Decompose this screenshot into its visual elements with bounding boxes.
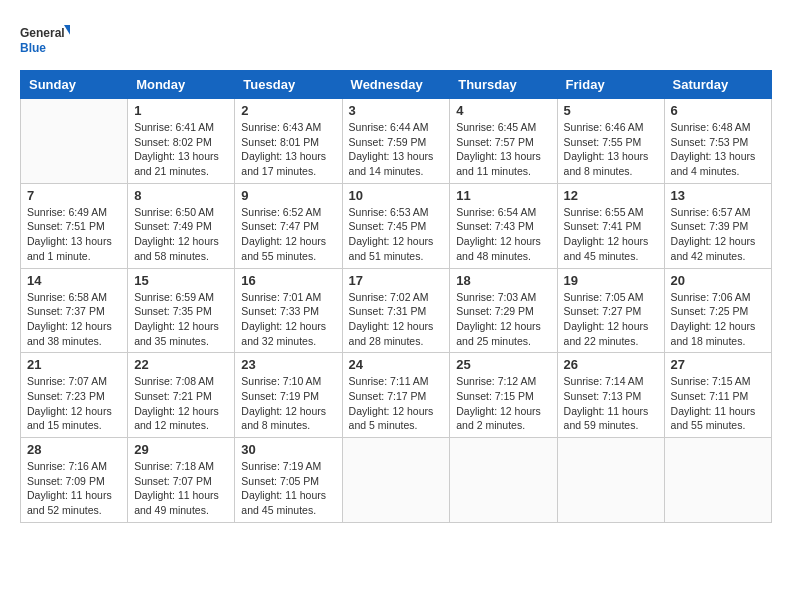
calendar-cell: 12Sunrise: 6:55 AMSunset: 7:41 PMDayligh… — [557, 183, 664, 268]
calendar-cell: 14Sunrise: 6:58 AMSunset: 7:37 PMDayligh… — [21, 268, 128, 353]
cell-sun-info: Sunrise: 7:05 AMSunset: 7:27 PMDaylight:… — [564, 290, 658, 349]
calendar-cell: 10Sunrise: 6:53 AMSunset: 7:45 PMDayligh… — [342, 183, 450, 268]
calendar-cell: 19Sunrise: 7:05 AMSunset: 7:27 PMDayligh… — [557, 268, 664, 353]
day-number: 17 — [349, 273, 444, 288]
calendar-cell: 20Sunrise: 7:06 AMSunset: 7:25 PMDayligh… — [664, 268, 771, 353]
day-number: 11 — [456, 188, 550, 203]
day-number: 3 — [349, 103, 444, 118]
header-row: SundayMondayTuesdayWednesdayThursdayFrid… — [21, 71, 772, 99]
cell-sun-info: Sunrise: 7:10 AMSunset: 7:19 PMDaylight:… — [241, 374, 335, 433]
day-number: 22 — [134, 357, 228, 372]
day-number: 14 — [27, 273, 121, 288]
calendar-cell — [342, 438, 450, 523]
day-number: 25 — [456, 357, 550, 372]
calendar-cell: 23Sunrise: 7:10 AMSunset: 7:19 PMDayligh… — [235, 353, 342, 438]
day-number: 2 — [241, 103, 335, 118]
calendar-cell: 4Sunrise: 6:45 AMSunset: 7:57 PMDaylight… — [450, 99, 557, 184]
calendar-cell — [450, 438, 557, 523]
cell-sun-info: Sunrise: 7:01 AMSunset: 7:33 PMDaylight:… — [241, 290, 335, 349]
cell-sun-info: Sunrise: 7:06 AMSunset: 7:25 PMDaylight:… — [671, 290, 765, 349]
cell-sun-info: Sunrise: 6:46 AMSunset: 7:55 PMDaylight:… — [564, 120, 658, 179]
logo: General Blue — [20, 20, 70, 60]
svg-text:Blue: Blue — [20, 41, 46, 55]
calendar-cell: 7Sunrise: 6:49 AMSunset: 7:51 PMDaylight… — [21, 183, 128, 268]
cell-sun-info: Sunrise: 7:08 AMSunset: 7:21 PMDaylight:… — [134, 374, 228, 433]
day-header-wednesday: Wednesday — [342, 71, 450, 99]
day-number: 27 — [671, 357, 765, 372]
cell-sun-info: Sunrise: 7:11 AMSunset: 7:17 PMDaylight:… — [349, 374, 444, 433]
cell-sun-info: Sunrise: 6:44 AMSunset: 7:59 PMDaylight:… — [349, 120, 444, 179]
calendar-cell: 11Sunrise: 6:54 AMSunset: 7:43 PMDayligh… — [450, 183, 557, 268]
day-number: 28 — [27, 442, 121, 457]
day-number: 12 — [564, 188, 658, 203]
calendar-cell: 15Sunrise: 6:59 AMSunset: 7:35 PMDayligh… — [128, 268, 235, 353]
calendar-cell: 24Sunrise: 7:11 AMSunset: 7:17 PMDayligh… — [342, 353, 450, 438]
calendar-cell: 3Sunrise: 6:44 AMSunset: 7:59 PMDaylight… — [342, 99, 450, 184]
day-header-sunday: Sunday — [21, 71, 128, 99]
calendar-cell: 29Sunrise: 7:18 AMSunset: 7:07 PMDayligh… — [128, 438, 235, 523]
cell-sun-info: Sunrise: 7:14 AMSunset: 7:13 PMDaylight:… — [564, 374, 658, 433]
logo-svg: General Blue — [20, 20, 70, 60]
calendar-cell: 1Sunrise: 6:41 AMSunset: 8:02 PMDaylight… — [128, 99, 235, 184]
day-header-tuesday: Tuesday — [235, 71, 342, 99]
day-number: 8 — [134, 188, 228, 203]
day-number: 18 — [456, 273, 550, 288]
cell-sun-info: Sunrise: 7:12 AMSunset: 7:15 PMDaylight:… — [456, 374, 550, 433]
cell-sun-info: Sunrise: 7:15 AMSunset: 7:11 PMDaylight:… — [671, 374, 765, 433]
cell-sun-info: Sunrise: 7:16 AMSunset: 7:09 PMDaylight:… — [27, 459, 121, 518]
day-number: 7 — [27, 188, 121, 203]
calendar-table: SundayMondayTuesdayWednesdayThursdayFrid… — [20, 70, 772, 523]
cell-sun-info: Sunrise: 6:54 AMSunset: 7:43 PMDaylight:… — [456, 205, 550, 264]
day-number: 29 — [134, 442, 228, 457]
cell-sun-info: Sunrise: 6:50 AMSunset: 7:49 PMDaylight:… — [134, 205, 228, 264]
calendar-cell: 2Sunrise: 6:43 AMSunset: 8:01 PMDaylight… — [235, 99, 342, 184]
week-row-3: 21Sunrise: 7:07 AMSunset: 7:23 PMDayligh… — [21, 353, 772, 438]
calendar-cell: 9Sunrise: 6:52 AMSunset: 7:47 PMDaylight… — [235, 183, 342, 268]
calendar-cell: 16Sunrise: 7:01 AMSunset: 7:33 PMDayligh… — [235, 268, 342, 353]
cell-sun-info: Sunrise: 7:19 AMSunset: 7:05 PMDaylight:… — [241, 459, 335, 518]
day-header-thursday: Thursday — [450, 71, 557, 99]
cell-sun-info: Sunrise: 6:49 AMSunset: 7:51 PMDaylight:… — [27, 205, 121, 264]
day-number: 1 — [134, 103, 228, 118]
week-row-2: 14Sunrise: 6:58 AMSunset: 7:37 PMDayligh… — [21, 268, 772, 353]
day-number: 5 — [564, 103, 658, 118]
cell-sun-info: Sunrise: 6:43 AMSunset: 8:01 PMDaylight:… — [241, 120, 335, 179]
week-row-4: 28Sunrise: 7:16 AMSunset: 7:09 PMDayligh… — [21, 438, 772, 523]
cell-sun-info: Sunrise: 6:59 AMSunset: 7:35 PMDaylight:… — [134, 290, 228, 349]
cell-sun-info: Sunrise: 7:18 AMSunset: 7:07 PMDaylight:… — [134, 459, 228, 518]
cell-sun-info: Sunrise: 6:58 AMSunset: 7:37 PMDaylight:… — [27, 290, 121, 349]
calendar-cell: 17Sunrise: 7:02 AMSunset: 7:31 PMDayligh… — [342, 268, 450, 353]
calendar-cell — [557, 438, 664, 523]
calendar-cell: 13Sunrise: 6:57 AMSunset: 7:39 PMDayligh… — [664, 183, 771, 268]
cell-sun-info: Sunrise: 7:07 AMSunset: 7:23 PMDaylight:… — [27, 374, 121, 433]
calendar-cell: 6Sunrise: 6:48 AMSunset: 7:53 PMDaylight… — [664, 99, 771, 184]
week-row-0: 1Sunrise: 6:41 AMSunset: 8:02 PMDaylight… — [21, 99, 772, 184]
day-number: 24 — [349, 357, 444, 372]
week-row-1: 7Sunrise: 6:49 AMSunset: 7:51 PMDaylight… — [21, 183, 772, 268]
day-number: 13 — [671, 188, 765, 203]
page-header: General Blue — [20, 20, 772, 60]
day-number: 10 — [349, 188, 444, 203]
calendar-cell: 25Sunrise: 7:12 AMSunset: 7:15 PMDayligh… — [450, 353, 557, 438]
calendar-cell — [664, 438, 771, 523]
day-number: 15 — [134, 273, 228, 288]
day-number: 20 — [671, 273, 765, 288]
calendar-cell: 26Sunrise: 7:14 AMSunset: 7:13 PMDayligh… — [557, 353, 664, 438]
cell-sun-info: Sunrise: 6:45 AMSunset: 7:57 PMDaylight:… — [456, 120, 550, 179]
cell-sun-info: Sunrise: 6:48 AMSunset: 7:53 PMDaylight:… — [671, 120, 765, 179]
cell-sun-info: Sunrise: 7:02 AMSunset: 7:31 PMDaylight:… — [349, 290, 444, 349]
calendar-cell: 8Sunrise: 6:50 AMSunset: 7:49 PMDaylight… — [128, 183, 235, 268]
svg-text:General: General — [20, 26, 65, 40]
calendar-cell: 27Sunrise: 7:15 AMSunset: 7:11 PMDayligh… — [664, 353, 771, 438]
svg-marker-2 — [64, 25, 70, 38]
day-header-saturday: Saturday — [664, 71, 771, 99]
cell-sun-info: Sunrise: 7:03 AMSunset: 7:29 PMDaylight:… — [456, 290, 550, 349]
calendar-cell: 30Sunrise: 7:19 AMSunset: 7:05 PMDayligh… — [235, 438, 342, 523]
cell-sun-info: Sunrise: 6:53 AMSunset: 7:45 PMDaylight:… — [349, 205, 444, 264]
day-number: 23 — [241, 357, 335, 372]
day-header-monday: Monday — [128, 71, 235, 99]
cell-sun-info: Sunrise: 6:41 AMSunset: 8:02 PMDaylight:… — [134, 120, 228, 179]
cell-sun-info: Sunrise: 6:52 AMSunset: 7:47 PMDaylight:… — [241, 205, 335, 264]
calendar-cell: 22Sunrise: 7:08 AMSunset: 7:21 PMDayligh… — [128, 353, 235, 438]
day-number: 19 — [564, 273, 658, 288]
